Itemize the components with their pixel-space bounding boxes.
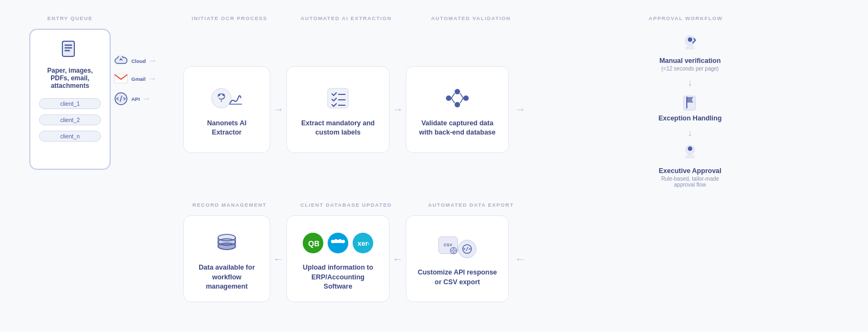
xero-logo: xero xyxy=(353,233,373,253)
gmail-icon xyxy=(113,73,129,84)
validation-title: Validate captured data with back-end dat… xyxy=(416,119,499,138)
diagram-page: ENTRY QUEUE Paper, images, PDFs, email, … xyxy=(0,0,868,332)
quickbooks-logo: QB xyxy=(303,233,323,253)
source-api-row: API → xyxy=(113,92,151,106)
svg-line-18 xyxy=(451,93,455,98)
svg-line-19 xyxy=(451,98,455,103)
down-arrow-2: ↓ xyxy=(688,127,693,139)
svg-line-20 xyxy=(460,93,463,98)
approval-exception: Exception Handling xyxy=(659,94,722,122)
approval-executive-sub: Rule-based, tailor-made approval flow xyxy=(661,176,719,188)
bridge-section: Cloud → Gmail → API → xyxy=(113,15,183,110)
api-icon xyxy=(113,92,129,106)
validation-icon-area xyxy=(443,84,471,113)
svg-text:xero: xero xyxy=(358,239,369,247)
bottom-cards-row: Data available for workflow management ←… xyxy=(183,215,846,302)
ocr-icon-area xyxy=(209,84,244,113)
ai-extraction-card: Extract mandatory and custom labels xyxy=(286,66,390,153)
data-export-icon-area: CSV xyxy=(438,233,476,263)
document-icon xyxy=(60,40,80,61)
arrow-client-to-record: ← xyxy=(270,253,286,265)
approval-manual: Manual verification (<12 seconds per pag… xyxy=(659,34,720,72)
svg-point-26 xyxy=(688,146,692,151)
svg-rect-2 xyxy=(65,47,72,49)
svg-point-29 xyxy=(218,243,235,250)
ocr-card: Nanonets AI Extractor xyxy=(183,66,270,153)
svg-point-15 xyxy=(455,89,460,94)
arrow-ai-to-validation: → xyxy=(390,103,406,116)
client-db-title: Upload information to ERP/Accounting Sof… xyxy=(297,263,379,292)
record-mgmt-card: Data available for workflow management xyxy=(183,215,270,302)
ocr-title: Nanonets AI Extractor xyxy=(194,119,260,138)
client-badge-1: client_1 xyxy=(39,98,101,109)
arrow-ocr-to-ai: → xyxy=(270,103,286,116)
salesforce-logo xyxy=(328,233,348,253)
erp-logos: QB xero xyxy=(303,233,373,253)
entry-queue-title: Paper, images, PDFs, email, attachments xyxy=(39,67,101,90)
arrow-cloud: → xyxy=(148,56,157,66)
svg-point-14 xyxy=(446,95,451,101)
approval-workflow: Manual verification (<12 seconds per pag… xyxy=(528,29,846,190)
api-circle xyxy=(458,240,476,258)
svg-line-21 xyxy=(460,98,463,103)
arrow-validation-to-approval: → xyxy=(512,103,528,116)
ai-title: Extract mandatory and custom labels xyxy=(297,119,379,138)
svg-text:QB: QB xyxy=(308,239,319,248)
approval-manual-title: Manual verification xyxy=(659,57,720,65)
main-flow: INITIATE OCR PROCESS AUTOMATED AI EXTRAC… xyxy=(183,15,846,302)
approval-label: APPROVAL WORKFLOW xyxy=(525,15,846,21)
record-label: RECORD MANAGEMENT xyxy=(183,202,276,208)
bottom-labels-row: RECORD MANAGEMENT CLIENT DATABASE UPDATE… xyxy=(183,202,846,215)
approval-exception-title: Exception Handling xyxy=(659,114,722,122)
data-export-label: AUTOMATED DATA EXPORT xyxy=(417,202,525,208)
client-db-label: CLIENT DATABASE UPDATED xyxy=(292,202,400,208)
client-badge-n: client_n xyxy=(39,131,101,142)
top-cards-row: Nanonets AI Extractor → xyxy=(183,29,846,190)
validation-card: Validate captured data with back-end dat… xyxy=(406,66,509,153)
down-arrow-1: ↓ xyxy=(688,77,693,88)
validation-label: AUTOMATED VALIDATION xyxy=(417,15,525,21)
svg-point-7 xyxy=(218,94,220,96)
arrow-api: → xyxy=(142,94,151,104)
ai-icon-area xyxy=(324,84,352,113)
approval-executive-title: Executive Approval xyxy=(659,167,722,175)
cloud-icon xyxy=(113,56,129,66)
zone-entry-queue: ENTRY QUEUE Paper, images, PDFs, email, … xyxy=(27,15,113,170)
svg-point-17 xyxy=(463,95,469,101)
data-export-card: CSV xyxy=(406,215,509,302)
arrow-approval-to-export: ← xyxy=(512,253,528,265)
entry-queue-label: ENTRY QUEUE xyxy=(47,15,93,21)
record-icon-area xyxy=(214,228,240,258)
record-title: Data available for workflow management xyxy=(194,263,260,292)
client-db-card: QB xero xyxy=(286,215,390,302)
ocr-label: INITIATE OCR PROCESS xyxy=(183,15,276,21)
approval-executive: Executive Approval Rule-based, tailor-ma… xyxy=(659,144,722,188)
approval-manual-sub: (<12 seconds per page) xyxy=(661,66,719,72)
client-db-icon-area: QB xero xyxy=(303,228,373,258)
gear-decoration xyxy=(449,246,458,257)
top-labels-row: INITIATE OCR PROCESS AUTOMATED AI EXTRAC… xyxy=(183,15,846,29)
data-export-title: Customize API response or CSV export xyxy=(416,268,499,287)
svg-point-8 xyxy=(222,94,225,96)
svg-point-23 xyxy=(688,37,692,42)
source-gmail-row: Gmail → xyxy=(113,73,156,84)
svg-point-6 xyxy=(212,88,231,108)
svg-rect-0 xyxy=(62,41,74,56)
source-cloud-row: Cloud → xyxy=(113,56,157,66)
gmail-label: Gmail xyxy=(131,76,145,82)
svg-point-16 xyxy=(455,102,460,107)
client-badge-2: client_2 xyxy=(39,114,101,125)
svg-rect-3 xyxy=(65,50,70,52)
svg-rect-1 xyxy=(65,44,72,46)
ai-label: AUTOMATED AI EXTRACTION xyxy=(292,15,400,21)
arrow-export-to-client: ← xyxy=(390,253,406,265)
entry-queue-card: Paper, images, PDFs, email, attachments … xyxy=(29,29,111,170)
api-label: API xyxy=(131,96,140,102)
csv-api-icon: CSV xyxy=(438,234,476,261)
cloud-label: Cloud xyxy=(131,58,146,64)
arrow-gmail: → xyxy=(148,74,156,84)
